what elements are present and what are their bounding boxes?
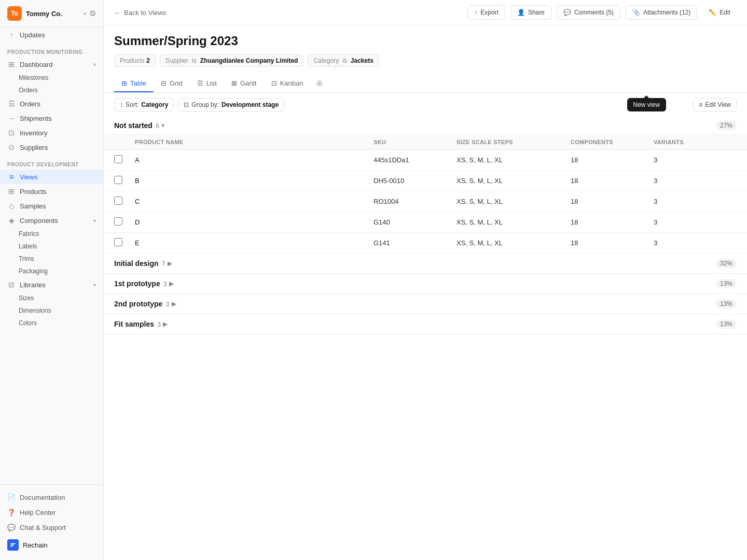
sidebar-item-chat-support[interactable]: 💬 Chat & Support <box>0 520 103 535</box>
product-size-scale: XS, S, M, L, XL <box>457 218 571 226</box>
edit-label: Edit <box>720 9 730 16</box>
sidebar-item-label: Shipments <box>20 115 51 122</box>
section-pct: 32% <box>716 259 737 268</box>
export-button[interactable]: ↑ Export <box>467 5 505 20</box>
section-1st-prototype[interactable]: 1st prototype 3 ▶ 13% <box>104 274 747 294</box>
company-chevron[interactable]: ▾ <box>84 11 86 17</box>
row-checkbox[interactable] <box>114 217 122 226</box>
sidebar-item-libraries[interactable]: ⊟ Libraries ▾ <box>0 277 103 292</box>
product-name: B <box>135 177 374 185</box>
filter-chip-products[interactable]: Products 2 <box>114 54 156 67</box>
tab-kanban[interactable]: ⊡ Kanban <box>264 75 311 92</box>
filter-products-label: Products <box>120 57 144 64</box>
sidebar-item-help-center[interactable]: ❓ Help Center <box>0 505 103 520</box>
sidebar-item-trims[interactable]: Trims <box>0 253 103 265</box>
filter-row: Products 2 Supplier is Zhuangdianlee Com… <box>114 54 737 67</box>
comments-button[interactable]: 💬 Comments (5) <box>557 5 620 20</box>
sidebar-item-updates[interactable]: ↑ Updates <box>0 27 103 42</box>
grid-icon: ⊟ <box>161 79 167 87</box>
tab-table[interactable]: ⊞ Table <box>114 75 154 92</box>
col-variants: VARIANTS <box>654 139 737 145</box>
section-count: 7 <box>162 260 165 268</box>
page-title: Summer/Spring 2023 <box>114 34 737 48</box>
group-by-button[interactable]: ⊡ Group by: Development stage <box>178 98 284 111</box>
product-name: D <box>135 218 374 226</box>
sidebar-item-fabrics[interactable]: Fabrics <box>0 228 103 240</box>
sidebar-item-documentation[interactable]: 📄 Documentation <box>0 490 103 505</box>
section-count: 3 <box>163 280 167 288</box>
product-sku: RO1004 <box>374 198 457 205</box>
sidebar-item-orders[interactable]: ☰ Orders <box>0 96 103 111</box>
product-variants: 3 <box>654 218 737 226</box>
filter-chip-supplier[interactable]: Supplier is Zhuangdianlee Company Limite… <box>160 54 303 67</box>
back-to-views-link[interactable]: ← Back to Views <box>114 9 166 17</box>
sidebar-item-label: Suppliers <box>20 144 48 151</box>
sidebar-item-components[interactable]: ◈ Components ▾ <box>0 213 103 228</box>
filter-products-value: 2 <box>146 57 150 64</box>
table-row: D G140 XS, S, M, L, XL 18 3 <box>104 212 747 233</box>
tab-label: Grid <box>170 79 183 87</box>
filter-chip-category[interactable]: Category is Jackets <box>308 54 379 67</box>
tab-label: Gantt <box>240 79 257 87</box>
share-button[interactable]: 👤 Share <box>510 5 551 20</box>
group-icon: ⊡ <box>184 101 189 108</box>
sidebar-item-inventory[interactable]: ⊡ Inventory <box>0 125 103 140</box>
section-not-started[interactable]: Not started 6 ▾ 27% <box>104 117 747 135</box>
sidebar-item-packaging[interactable]: Packaging <box>0 265 103 277</box>
toolbar-left: ↕ Sort: Category ⊡ Group by: Development… <box>114 98 284 111</box>
product-sku: 445s1DDa1 <box>374 156 457 164</box>
sidebar-item-colors[interactable]: Colors <box>0 317 103 329</box>
help-icon: ❓ <box>7 509 16 516</box>
sidebar-item-dashboard[interactable]: ⊞ Dashboard ▾ <box>0 57 103 72</box>
edit-view-label: Edit View <box>705 101 731 108</box>
section-pct: 13% <box>716 319 737 329</box>
export-label: Export <box>480 9 499 16</box>
section-title: 2nd prototype <box>114 300 162 308</box>
row-checkbox[interactable] <box>114 155 122 163</box>
sidebar-item-milestones[interactable]: Milestones <box>0 72 103 84</box>
section-fit-samples[interactable]: Fit samples 3 ▶ 13% <box>104 314 747 334</box>
section-count: 3 <box>165 300 169 308</box>
kanban-icon: ⊡ <box>271 79 277 87</box>
rechain-item: Rechain <box>0 535 103 555</box>
table-row: B DH5-0010 XS, S, M, L, XL 18 3 <box>104 171 747 191</box>
product-size-scale: XS, S, M, L, XL <box>457 177 571 185</box>
topbar: ← Back to Views ↑ Export 👤 Share 💬 Comme… <box>104 0 747 25</box>
sidebar-item-views[interactable]: ≡ Views <box>0 170 103 184</box>
filter-supplier-value: Zhuangdianlee Company Limited <box>200 57 298 64</box>
product-size-scale: XS, S, M, L, XL <box>457 239 571 247</box>
product-variants: 3 <box>654 198 737 205</box>
sidebar-item-samples[interactable]: ◇ Samples <box>0 199 103 213</box>
attachments-button[interactable]: 📎 Attachments (12) <box>626 5 697 20</box>
sidebar-item-products[interactable]: ⊞ Products <box>0 184 103 199</box>
documentation-icon: 📄 <box>7 494 16 501</box>
row-checkbox[interactable] <box>114 238 122 246</box>
comments-label: Comments (5) <box>574 9 614 16</box>
add-view-button[interactable]: ⊕ New view <box>311 74 328 92</box>
section-initial-design[interactable]: Initial design 7 ▶ 32% <box>104 254 747 274</box>
sidebar-item-shipments[interactable]: → Shipments <box>0 111 103 125</box>
tab-list[interactable]: ☰ List <box>190 75 224 92</box>
dashboard-chevron: ▾ <box>93 62 96 67</box>
sidebar-item-orders-sub[interactable]: Orders <box>0 84 103 96</box>
sort-button[interactable]: ↕ Sort: Category <box>114 98 174 111</box>
edit-button[interactable]: ✏️ Edit <box>702 6 737 19</box>
product-name: A <box>135 156 374 164</box>
section-2nd-prototype[interactable]: 2nd prototype 3 ▶ 13% <box>104 294 747 314</box>
section-chevron-down[interactable]: ▾ <box>161 122 164 129</box>
row-checkbox[interactable] <box>114 197 122 205</box>
settings-icon[interactable]: ⚙ <box>89 9 96 18</box>
sidebar-item-sizes[interactable]: Sizes <box>0 292 103 304</box>
tab-grid[interactable]: ⊟ Grid <box>154 75 190 92</box>
sidebar-item-label: Components <box>20 217 58 225</box>
tab-gantt[interactable]: ⊠ Gantt <box>224 75 264 92</box>
products-icon: ⊞ <box>7 187 16 195</box>
sort-value: Category <box>141 101 168 108</box>
section-count: 3 <box>157 320 161 328</box>
sidebar-item-labels[interactable]: Labels <box>0 240 103 253</box>
row-checkbox[interactable] <box>114 176 122 184</box>
add-view-icon: ⊕ <box>316 79 323 88</box>
edit-view-button[interactable]: ≡ Edit View <box>693 98 737 111</box>
sidebar-item-dimensions[interactable]: Dimensions <box>0 304 103 317</box>
sidebar-item-suppliers[interactable]: ⊙ Suppliers <box>0 140 103 155</box>
